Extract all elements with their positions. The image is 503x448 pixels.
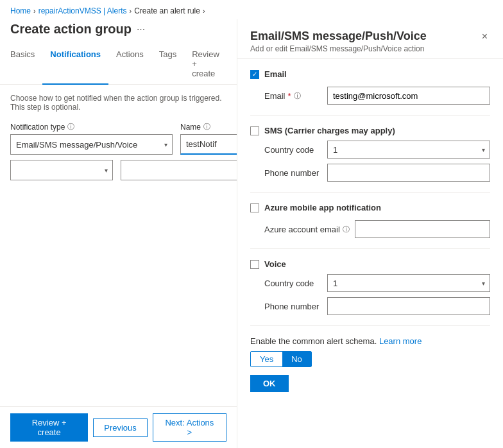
- tab-basics[interactable]: Basics: [10, 44, 42, 85]
- notification-type-select-row2[interactable]: [10, 160, 113, 180]
- flyout-panel: Email/SMS message/Push/Voice Add or edit…: [237, 19, 503, 448]
- notification-type-label: Notification type ⓘ: [10, 122, 173, 132]
- tab-description: Choose how to get notified when the acti…: [10, 94, 226, 112]
- page-title: Create action group: [10, 22, 132, 37]
- review-create-button[interactable]: Review + create: [10, 413, 88, 442]
- name-info-icon[interactable]: ⓘ: [203, 122, 210, 132]
- email-label: Email: [264, 69, 287, 79]
- voice-label: Voice: [264, 259, 286, 269]
- azure-app-info-icon[interactable]: ⓘ: [343, 225, 350, 234]
- bottom-bar: Review + create Previous Next: Actions >: [0, 406, 237, 448]
- voice-phone-label: Phone number: [264, 302, 322, 311]
- voice-country-label: Country code: [264, 279, 322, 288]
- more-options-icon[interactable]: ···: [137, 24, 145, 35]
- azure-app-email-label: Azure account email ⓘ: [264, 225, 350, 234]
- flyout-title: Email/SMS message/Push/Voice: [250, 30, 427, 43]
- email-input[interactable]: [327, 87, 490, 105]
- voice-section: Voice Country code 1 ▾ Phone number: [250, 259, 490, 315]
- tab-tags[interactable]: Tags: [151, 44, 184, 85]
- tab-bar: Basics Notifications Actions Tags Review…: [0, 44, 237, 85]
- schema-label: Enable the common alert schema. Learn mo…: [250, 336, 490, 346]
- email-field-row: Email * ⓘ: [264, 87, 490, 105]
- voice-phone-row: Phone number: [264, 297, 490, 315]
- sms-country-select[interactable]: 1: [327, 141, 490, 159]
- breadcrumb-resource[interactable]: repairActionVMSS | Alerts: [38, 6, 127, 15]
- email-checkbox[interactable]: [250, 70, 259, 79]
- name-input-row2[interactable]: [121, 160, 237, 180]
- azure-app-label: Azure mobile app notification: [264, 203, 381, 212]
- sms-phone-row: Phone number: [264, 164, 490, 182]
- sms-country-row: Country code 1 ▾: [264, 141, 490, 159]
- email-required-marker: *: [288, 91, 291, 101]
- schema-no-button[interactable]: No: [282, 352, 311, 366]
- sms-checkbox[interactable]: [250, 126, 259, 135]
- azure-app-checkbox[interactable]: [250, 203, 259, 212]
- sms-label: SMS (Carrier charges may apply): [264, 126, 395, 135]
- notification-type-select[interactable]: Email/SMS message/Push/VoiceEmail Azure …: [10, 134, 173, 155]
- sms-section: SMS (Carrier charges may apply) Country …: [250, 126, 490, 182]
- schema-row: Enable the common alert schema. Learn mo…: [250, 336, 490, 367]
- azure-app-email-input[interactable]: [355, 220, 490, 238]
- breadcrumb-home[interactable]: Home: [10, 6, 31, 15]
- sms-phone-label: Phone number: [264, 168, 322, 178]
- email-field-label: Email * ⓘ: [264, 91, 322, 101]
- name-label: Name ⓘ: [180, 122, 237, 132]
- voice-country-row: Country code 1 ▾: [264, 274, 490, 292]
- azure-app-checkbox-row: Azure mobile app notification: [250, 203, 490, 212]
- flyout-close-button[interactable]: ×: [479, 30, 490, 44]
- breadcrumb: Home › repairActionVMSS | Alerts › Creat…: [0, 0, 503, 19]
- breadcrumb-current: Create an alert rule: [134, 6, 200, 15]
- notification-type-info-icon[interactable]: ⓘ: [67, 122, 74, 132]
- flyout-subtitle: Add or edit Email/SMS message/Push/Voice…: [250, 44, 427, 53]
- name-input[interactable]: [180, 134, 237, 155]
- email-info-icon[interactable]: ⓘ: [294, 91, 301, 101]
- voice-country-select[interactable]: 1: [327, 274, 490, 292]
- schema-yes-button[interactable]: Yes: [251, 352, 282, 366]
- schema-toggle-group: Yes No: [250, 351, 312, 367]
- voice-checkbox[interactable]: [250, 260, 259, 269]
- previous-button[interactable]: Previous: [93, 418, 148, 437]
- ok-button[interactable]: OK: [250, 375, 289, 392]
- email-checkbox-row: Email: [250, 69, 490, 79]
- azure-app-email-row: Azure account email ⓘ: [264, 220, 490, 238]
- sms-phone-input[interactable]: [327, 164, 490, 182]
- tab-actions[interactable]: Actions: [108, 44, 151, 85]
- sms-country-label: Country code: [264, 145, 322, 155]
- tab-notifications[interactable]: Notifications: [42, 44, 108, 85]
- next-actions-button[interactable]: Next: Actions >: [153, 413, 226, 442]
- tab-review-create[interactable]: Review + create: [184, 44, 227, 85]
- schema-learn-more-link[interactable]: Learn more: [379, 336, 422, 346]
- voice-phone-input[interactable]: [327, 297, 490, 315]
